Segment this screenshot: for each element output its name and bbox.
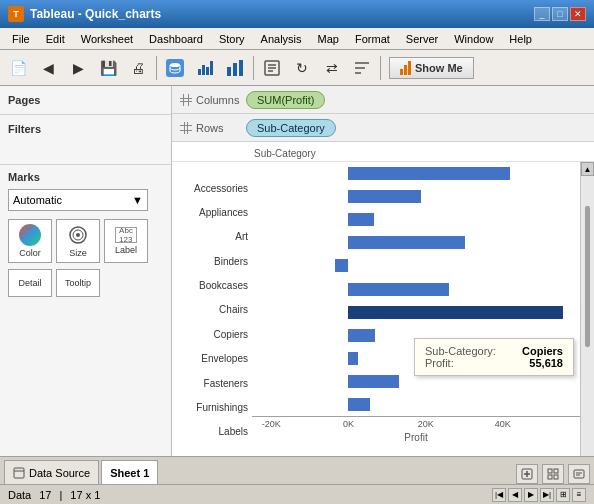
y-label: Bookcases [172, 273, 252, 297]
menu-worksheet[interactable]: Worksheet [73, 31, 141, 47]
bar-row [252, 254, 580, 277]
tooltip-profit-value: 55,618 [529, 357, 563, 369]
x-tick: -20K [262, 419, 281, 429]
svg-rect-15 [180, 101, 192, 102]
menu-file[interactable]: File [4, 31, 38, 47]
nav-prev[interactable]: ◀ [508, 488, 522, 502]
bar[interactable] [348, 398, 369, 411]
bar[interactable] [348, 306, 563, 319]
toolbar: 📄 ◀ ▶ 💾 🖨 ↻ ⇄ Show Me [0, 50, 594, 86]
svg-rect-19 [187, 122, 188, 134]
y-label: Fasteners [172, 371, 252, 395]
close-button[interactable]: ✕ [570, 7, 586, 21]
minimize-button[interactable]: _ [534, 7, 550, 21]
nav-list[interactable]: ≡ [572, 488, 586, 502]
menu-format[interactable]: Format [347, 31, 398, 47]
filters-section: Filters [0, 115, 171, 165]
chart-inner: AccessoriesAppliancesArtBindersBookcases… [172, 162, 594, 456]
bar[interactable] [348, 167, 510, 180]
menu-window[interactable]: Window [446, 31, 501, 47]
scroll-thumb[interactable] [585, 206, 590, 347]
bar[interactable] [348, 352, 357, 365]
nav-grid[interactable]: ⊞ [556, 488, 570, 502]
toolbar-datasource[interactable] [161, 54, 189, 82]
detail-button[interactable]: Detail [8, 269, 52, 297]
toolbar-chart1[interactable] [191, 54, 219, 82]
nav-last[interactable]: ▶| [540, 488, 554, 502]
toolbar-save[interactable]: 💾 [94, 54, 122, 82]
menu-edit[interactable]: Edit [38, 31, 73, 47]
menu-analysis[interactable]: Analysis [253, 31, 310, 47]
data-source-tab-label: Data Source [29, 467, 90, 479]
tooltip-profit-row: Profit: 55,618 [425, 357, 563, 369]
bar[interactable] [348, 213, 373, 226]
color-button[interactable]: Color [8, 219, 52, 263]
toolbar-sep1 [156, 56, 157, 80]
y-label: Binders [172, 249, 252, 273]
svg-rect-17 [188, 94, 189, 106]
svg-rect-2 [233, 63, 237, 76]
toolbar-swap[interactable]: ⇄ [318, 54, 346, 82]
show-me-button[interactable]: Show Me [389, 57, 474, 79]
toolbar-print[interactable]: 🖨 [124, 54, 152, 82]
toolbar-pages[interactable] [258, 54, 286, 82]
bar-row [252, 301, 580, 324]
menu-story[interactable]: Story [211, 31, 253, 47]
x-axis: -20K0K20K40K Profit [252, 416, 580, 444]
sheet1-tab[interactable]: Sheet 1 [101, 460, 158, 484]
y-axis-labels: AccessoriesAppliancesArtBindersBookcases… [172, 162, 252, 456]
bar[interactable] [348, 375, 398, 388]
nav-first[interactable]: |◀ [492, 488, 506, 502]
x-axis-title: Profit [252, 432, 580, 443]
status-count: 17 [39, 489, 51, 501]
bar-row [252, 231, 580, 254]
menu-help[interactable]: Help [501, 31, 540, 47]
label-button[interactable]: Abc123 Label [104, 219, 148, 263]
tooltip-label: Tooltip [65, 278, 91, 288]
menu-dashboard[interactable]: Dashboard [141, 31, 211, 47]
chart-scrollbar: ▲ ▼ [580, 162, 594, 456]
bar[interactable] [335, 259, 348, 272]
toolbar-sort[interactable] [348, 54, 376, 82]
left-panel: Pages Filters Marks Automatic ▼ Color Si… [0, 86, 172, 456]
toolbar-forward[interactable]: ▶ [64, 54, 92, 82]
columns-pill[interactable]: SUM(Profit) [246, 91, 325, 109]
tooltip-subcategory-row: Sub-Category: Copiers [425, 345, 563, 357]
size-button[interactable]: Size [56, 219, 100, 263]
sheet1-tab-label: Sheet 1 [110, 467, 149, 479]
svg-rect-20 [180, 125, 192, 126]
marks-type-dropdown[interactable]: Automatic ▼ [8, 189, 148, 211]
bar[interactable] [348, 190, 421, 203]
new-story-button[interactable] [568, 464, 590, 484]
color-label: Color [19, 248, 41, 258]
toolbar-chart2[interactable] [221, 54, 249, 82]
y-label: Furnishings [172, 395, 252, 419]
maximize-button[interactable]: □ [552, 7, 568, 21]
filters-title: Filters [8, 119, 163, 139]
data-source-tab[interactable]: Data Source [4, 460, 99, 484]
new-dashboard-button[interactable] [542, 464, 564, 484]
toolbar-sep2 [253, 56, 254, 80]
toolbar-new[interactable]: 📄 [4, 54, 32, 82]
rows-shelf: Rows Sub-Category [172, 114, 594, 142]
menu-server[interactable]: Server [398, 31, 446, 47]
subcategory-header: Sub-Category [172, 146, 594, 162]
nav-next[interactable]: ▶ [524, 488, 538, 502]
status-dimensions: 17 x 1 [70, 489, 100, 501]
marks-buttons-row2: Detail Tooltip [8, 269, 163, 297]
bar[interactable] [348, 236, 465, 249]
svg-rect-21 [180, 130, 192, 131]
rows-label: Rows [180, 122, 240, 134]
tooltip-button[interactable]: Tooltip [56, 269, 100, 297]
y-label: Art [172, 225, 252, 249]
marks-title: Marks [8, 171, 163, 183]
scroll-up[interactable]: ▲ [581, 162, 594, 176]
toolbar-refresh[interactable]: ↻ [288, 54, 316, 82]
menu-map[interactable]: Map [310, 31, 347, 47]
rows-pill[interactable]: Sub-Category [246, 119, 336, 137]
status-sep: | [60, 489, 63, 501]
bar[interactable] [348, 329, 375, 342]
bar[interactable] [348, 283, 449, 296]
new-worksheet-button[interactable] [516, 464, 538, 484]
toolbar-back[interactable]: ◀ [34, 54, 62, 82]
